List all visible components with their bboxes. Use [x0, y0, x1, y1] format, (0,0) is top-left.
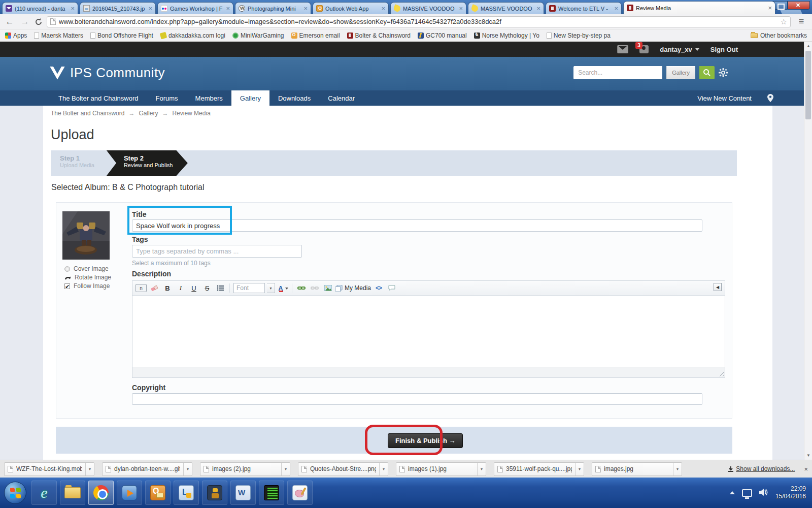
breadcrumb-review-media[interactable]: Review Media	[172, 110, 210, 117]
tab-mail[interactable]: (110 unread) - danta×	[2, 2, 78, 14]
media-player-icon[interactable]	[117, 481, 142, 505]
chevron-down-icon[interactable]: ▾	[579, 467, 581, 471]
url-text[interactable]: www.bolterandchainsword.com/index.php?ap…	[59, 18, 777, 25]
bookmark-apps[interactable]: Apps	[5, 32, 27, 39]
chevron-down-icon[interactable]: ▾	[676, 467, 679, 471]
tab-flickr[interactable]: Games Workshop | F×	[157, 2, 233, 14]
eraser-icon[interactable]	[149, 283, 160, 294]
font-dropdown-icon[interactable]: ▾	[267, 283, 275, 293]
bookmark-bolter[interactable]: Bolter & Chainsword	[347, 32, 411, 39]
cover-image-option[interactable]: Cover Image	[64, 265, 111, 273]
tab-close-icon[interactable]: ×	[71, 6, 75, 11]
download-item[interactable]: images (1).jpg▾	[396, 462, 486, 476]
text-color-button[interactable]: A	[277, 283, 288, 294]
nav-forums[interactable]: Forums	[147, 90, 187, 106]
view-new-content-link[interactable]: View New Content	[689, 94, 760, 102]
internet-explorer-icon[interactable]: e	[31, 481, 57, 505]
chevron-down-icon[interactable]: ▾	[383, 467, 385, 471]
tab-close-icon[interactable]: ×	[381, 6, 385, 11]
user-menu[interactable]: dantay_xv	[660, 46, 699, 53]
forward-button[interactable]: →	[19, 17, 30, 27]
resize-handle[interactable]	[718, 370, 724, 376]
tab-close-icon[interactable]: ×	[536, 6, 540, 11]
nav-gallery-active[interactable]: Gallery	[231, 90, 269, 106]
download-item[interactable]: dylan-obrian-teen-w....gif▾	[102, 462, 192, 476]
start-button[interactable]	[4, 482, 26, 504]
downloads-close-icon[interactable]: ×	[804, 465, 808, 473]
app-robot-icon[interactable]	[202, 481, 227, 505]
bookmark-gc700[interactable]: GC700 manual	[418, 32, 467, 39]
bookmark-norse[interactable]: Norse Mythology | Yo	[474, 32, 539, 39]
follow-image-option[interactable]: Follow Image	[64, 282, 111, 291]
description-editor[interactable]: n B I U S Font ▾ A	[132, 280, 725, 378]
window-close-button[interactable]	[788, 1, 810, 10]
bookmark-emerson[interactable]: Emerson email	[291, 32, 340, 39]
bookmark-maersk[interactable]: Maersk Matters	[34, 32, 83, 39]
nav-members[interactable]: Members	[187, 90, 231, 106]
ips-community-logo[interactable]: IPS Community	[50, 65, 165, 81]
bookmark-star-icon[interactable]: ☆	[781, 17, 787, 26]
download-item[interactable]: images (2).jpg▾	[200, 462, 290, 476]
scrollbar-thumb[interactable]	[805, 51, 811, 119]
back-button[interactable]: ←	[4, 17, 15, 27]
description-textarea[interactable]	[132, 296, 725, 367]
word-icon[interactable]	[230, 481, 256, 505]
nav-calendar[interactable]: Calendar	[319, 90, 363, 106]
lync-icon[interactable]	[174, 481, 199, 505]
tab-close-icon[interactable]: ×	[459, 6, 463, 11]
chevron-down-icon[interactable]: ▾	[89, 467, 91, 471]
volume-icon[interactable]	[759, 488, 768, 498]
tab-close-icon[interactable]: ×	[303, 6, 308, 11]
tab-close-icon[interactable]: ×	[614, 6, 618, 11]
bookmark-bond[interactable]: Bond Offshore Flight	[90, 32, 153, 39]
location-pin-icon[interactable]	[767, 94, 773, 102]
scroll-down-icon[interactable]: ▼	[806, 453, 810, 458]
paste-plain-icon[interactable]: n	[136, 284, 147, 292]
my-media-button[interactable]: My Media	[335, 284, 371, 292]
chrome-menu-icon[interactable]: ≡	[795, 16, 808, 27]
sign-out-link[interactable]: Sign Out	[710, 46, 738, 53]
quote-bubble-icon[interactable]	[386, 283, 397, 294]
outlook-icon[interactable]	[145, 481, 171, 505]
tab-image[interactable]: 20160415_210743.jp×	[80, 2, 156, 14]
tab-close-icon[interactable]: ×	[148, 6, 152, 11]
download-item[interactable]: images.jpg▾	[592, 462, 682, 476]
search-scope-button[interactable]: Gallery	[666, 66, 695, 79]
breadcrumb-home[interactable]: The Bolter and Chainsword	[51, 110, 124, 117]
tab-voodoo-1[interactable]: MASSIVE VOODOO×	[390, 2, 466, 14]
tab-close-icon[interactable]: ×	[226, 6, 230, 11]
gear-icon[interactable]	[719, 68, 728, 77]
unlink-icon[interactable]	[309, 283, 320, 294]
toolbar-collapse-icon[interactable]: ◀	[714, 283, 722, 291]
reload-button[interactable]	[35, 18, 43, 26]
bold-button[interactable]: B	[162, 283, 173, 294]
radio-icon[interactable]	[64, 266, 70, 272]
address-bar[interactable]: www.bolterandchainsword.com/index.php?ap…	[47, 16, 791, 27]
nav-downloads[interactable]: Downloads	[269, 90, 319, 106]
chevron-down-icon[interactable]: ▾	[187, 467, 189, 471]
notebook-icon[interactable]	[259, 481, 284, 505]
rotate-icon[interactable]	[64, 275, 71, 280]
download-item[interactable]: Quotes-About-Stre....png▾	[298, 462, 388, 476]
taskbar-clock[interactable]: 22:09 15/04/2016	[775, 485, 806, 500]
bookmark-step-by-step[interactable]: New Step-by-step pa	[547, 32, 611, 39]
network-icon[interactable]	[742, 489, 752, 497]
breadcrumb-gallery[interactable]: Gallery	[139, 110, 158, 117]
list-icon[interactable]	[215, 283, 226, 294]
title-input[interactable]	[132, 219, 702, 232]
tab-close-icon[interactable]: ×	[768, 6, 772, 11]
chrome-icon-active[interactable]	[88, 481, 114, 505]
download-item[interactable]: WZF-The-Lost-King.mobi▾	[4, 462, 94, 476]
search-button[interactable]	[699, 66, 715, 79]
strikethrough-button[interactable]: S	[201, 283, 213, 294]
nav-bolter-chainsword[interactable]: The Bolter and Chainsword	[50, 90, 147, 106]
bookmark-dakka[interactable]: dakkadakka.com logi	[160, 32, 225, 39]
other-bookmarks-button[interactable]: Other bookmarks	[751, 32, 807, 39]
tab-etl[interactable]: Welcome to ETL V -×	[546, 2, 622, 14]
search-input[interactable]	[573, 66, 662, 79]
bookmark-miniwargaming[interactable]: MiniWarGaming	[232, 32, 284, 39]
underline-button[interactable]: U	[188, 283, 199, 294]
chevron-down-icon[interactable]: ▾	[481, 467, 483, 471]
font-select[interactable]: Font	[233, 283, 265, 293]
copyright-input[interactable]	[132, 393, 702, 405]
